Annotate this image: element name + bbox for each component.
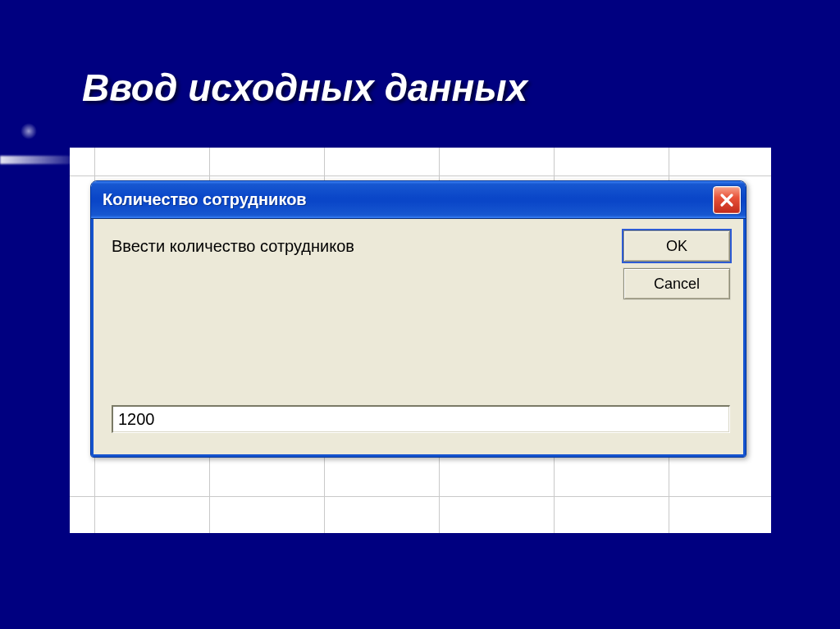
ok-button[interactable]: OK xyxy=(623,230,730,262)
close-button[interactable] xyxy=(713,186,741,214)
dialog-titlebar[interactable]: Количество сотрудников xyxy=(91,181,746,219)
input-dialog: Количество сотрудников Ввести количество… xyxy=(90,180,746,458)
cancel-button[interactable]: Cancel xyxy=(623,268,730,299)
dialog-client-area: Ввести количество сотрудников OK Cancel xyxy=(91,219,746,457)
employee-count-input[interactable] xyxy=(112,405,730,433)
slide-title: Ввод исходных данных xyxy=(82,66,527,110)
decorative-flare-dot xyxy=(21,123,37,139)
dialog-prompt: Ввести количество сотрудников xyxy=(112,237,354,256)
close-icon xyxy=(719,193,734,207)
dialog-button-stack: OK Cancel xyxy=(623,230,730,299)
dialog-title: Количество сотрудников xyxy=(103,190,307,209)
